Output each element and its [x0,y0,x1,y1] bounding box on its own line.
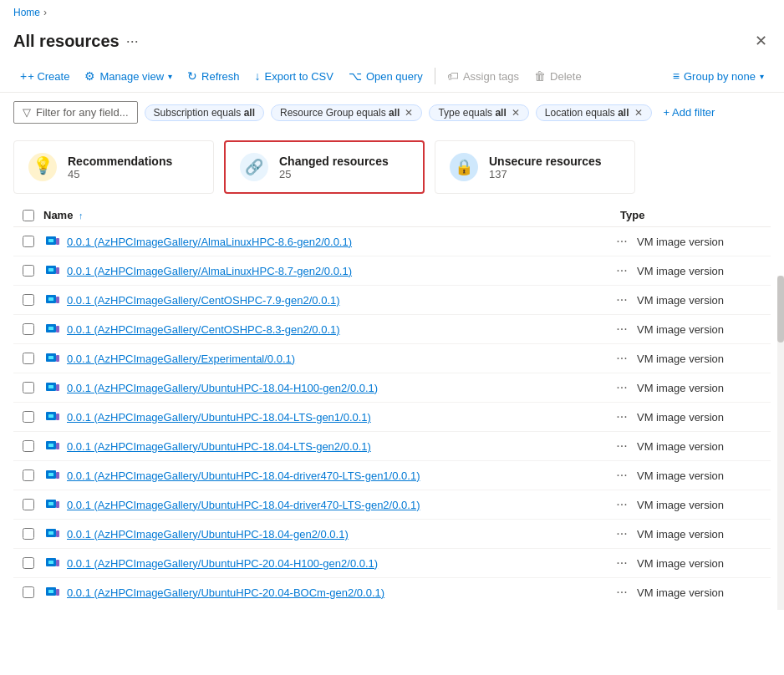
info-cards-row: 💡 Recommendations 45 🔗 Changed resources… [0,132,784,204]
row-more-options[interactable]: ··· [607,380,637,395]
card-count-recommendations: 45 [68,168,172,180]
row-select-checkbox[interactable] [23,440,34,452]
row-type: VM image version [637,265,771,277]
manage-view-button[interactable]: ⚙ Manage view ▾ [78,65,179,87]
create-button[interactable]: + + Create [13,65,76,87]
vm-icon [43,495,62,514]
svg-rect-34 [48,502,53,505]
vm-icon [43,378,62,397]
remove-type-filter[interactable]: ✕ [512,107,520,119]
row-more-options[interactable]: ··· [607,292,637,307]
row-more-options[interactable]: ··· [607,439,637,454]
row-resource-link[interactable]: 0.0.1 (AzHPCImageGallery/CentOSHPC-8.3-g… [67,323,607,336]
svg-text:🔒: 🔒 [455,158,474,176]
row-more-options[interactable]: ··· [607,497,637,512]
row-more-options[interactable]: ··· [607,409,637,424]
group-by-button[interactable]: ≡ Group by none ▾ [666,65,771,87]
breadcrumb-home[interactable]: Home [13,7,40,18]
vm-icon [43,525,62,543]
row-type: VM image version [637,236,771,248]
svg-rect-19 [48,356,53,359]
row-resource-link[interactable]: 0.0.1 (AzHPCImageGallery/AlmaLinuxHPC-8.… [67,265,607,277]
row-type: VM image version [637,499,771,511]
table-row: 0.0.1 (AzHPCImageGallery/UbuntuHPC-20.04… [13,549,771,578]
row-more-options[interactable]: ··· [607,556,637,571]
row-resource-link[interactable]: 0.0.1 (AzHPCImageGallery/UbuntuHPC-18.04… [67,528,607,541]
row-resource-link[interactable]: 0.0.1 (AzHPCImageGallery/UbuntuHPC-18.04… [67,382,607,394]
close-button[interactable]: ✕ [751,28,771,53]
svg-rect-20 [56,355,59,362]
row-more-options[interactable]: ··· [607,468,637,483]
select-all-checkbox[interactable] [23,210,34,221]
open-query-button[interactable]: ⌥ Open query [342,65,430,87]
row-checkbox-8 [13,469,43,481]
row-select-checkbox[interactable] [23,294,34,306]
scrollbar-thumb[interactable] [777,276,784,343]
row-select-checkbox[interactable] [23,557,34,569]
svg-rect-31 [48,473,53,476]
refresh-button[interactable]: ↻ Refresh [181,65,247,87]
row-checkbox-7 [13,440,43,452]
row-select-checkbox[interactable] [23,236,34,247]
breadcrumb: Home › [0,0,784,25]
row-checkbox-9 [13,499,43,510]
svg-rect-43 [48,590,53,593]
remove-location-filter[interactable]: ✕ [634,107,643,119]
row-more-options[interactable]: ··· [607,585,637,600]
row-select-checkbox[interactable] [23,353,34,364]
svg-rect-44 [56,589,59,596]
gear-icon: ⚙ [84,69,95,83]
svg-rect-40 [48,561,53,564]
row-more-options[interactable]: ··· [607,322,637,337]
remove-resource-group-filter[interactable]: ✕ [405,107,413,119]
row-type: VM image version [637,557,771,570]
table-row: 0.0.1 (AzHPCImageGallery/AlmaLinuxHPC-8.… [13,227,771,256]
query-icon: ⌥ [349,69,362,83]
row-resource-link[interactable]: 0.0.1 (AzHPCImageGallery/UbuntuHPC-18.04… [67,411,607,424]
row-resource-link[interactable]: 0.0.1 (AzHPCImageGallery/UbuntuHPC-18.04… [67,440,607,453]
row-select-checkbox[interactable] [23,499,34,510]
plus-icon: + [20,69,27,83]
row-select-checkbox[interactable] [23,323,34,335]
row-select-checkbox[interactable] [23,469,34,481]
row-checkbox-5 [13,382,43,393]
delete-button[interactable]: 🗑 Delete [527,65,588,87]
row-resource-link[interactable]: 0.0.1 (AzHPCImageGallery/UbuntuHPC-18.04… [67,469,607,482]
row-resource-link[interactable]: 0.0.1 (AzHPCImageGallery/UbuntuHPC-20.04… [67,586,607,599]
table-row: 0.0.1 (AzHPCImageGallery/AlmaLinuxHPC-8.… [13,256,771,286]
filter-input[interactable]: ▽ Filter for any field... [13,101,138,124]
svg-rect-32 [56,472,59,479]
svg-rect-35 [56,501,59,508]
row-select-checkbox[interactable] [23,265,34,277]
row-more-options[interactable]: ··· [607,234,637,249]
info-card-unsecure[interactable]: 🔒 Unsecure resources 137 [435,140,635,194]
row-resource-link[interactable]: 0.0.1 (AzHPCImageGallery/CentOSHPC-7.9-g… [67,294,607,307]
table-row: 0.0.1 (AzHPCImageGallery/UbuntuHPC-18.04… [13,432,771,461]
row-more-options[interactable]: ··· [607,526,637,541]
row-resource-link[interactable]: 0.0.1 (AzHPCImageGallery/AlmaLinuxHPC-8.… [67,236,607,248]
row-select-checkbox[interactable] [23,382,34,393]
svg-rect-29 [56,443,59,449]
filter-icon: ▽ [23,106,31,119]
row-resource-link[interactable]: 0.0.1 (AzHPCImageGallery/UbuntuHPC-20.04… [67,557,607,570]
add-filter-button[interactable]: + Add filter [659,104,720,120]
title-more-options[interactable]: ··· [126,33,139,50]
vm-icon [43,583,62,601]
row-more-options[interactable]: ··· [607,263,637,278]
svg-rect-25 [48,414,53,418]
row-more-options[interactable]: ··· [607,351,637,366]
row-resource-link[interactable]: 0.0.1 (AzHPCImageGallery/Experimental/0.… [67,353,607,365]
chevron-down-icon: ▾ [760,72,764,81]
row-select-checkbox[interactable] [23,586,34,598]
scrollbar-track[interactable] [777,276,784,610]
assign-tags-button[interactable]: 🏷 Assign tags [440,65,526,87]
info-card-changed[interactable]: 🔗 Changed resources 25 [224,140,425,194]
row-select-checkbox[interactable] [23,411,34,423]
tag-icon: 🏷 [447,69,459,83]
row-select-checkbox[interactable] [23,528,34,540]
info-card-recommendations[interactable]: 💡 Recommendations 45 [13,140,214,194]
svg-rect-10 [48,268,53,272]
export-csv-button[interactable]: ↓ Export to CSV [248,65,340,87]
table-row: 0.0.1 (AzHPCImageGallery/UbuntuHPC-20.04… [13,578,771,605]
row-resource-link[interactable]: 0.0.1 (AzHPCImageGallery/UbuntuHPC-18.04… [67,499,607,511]
